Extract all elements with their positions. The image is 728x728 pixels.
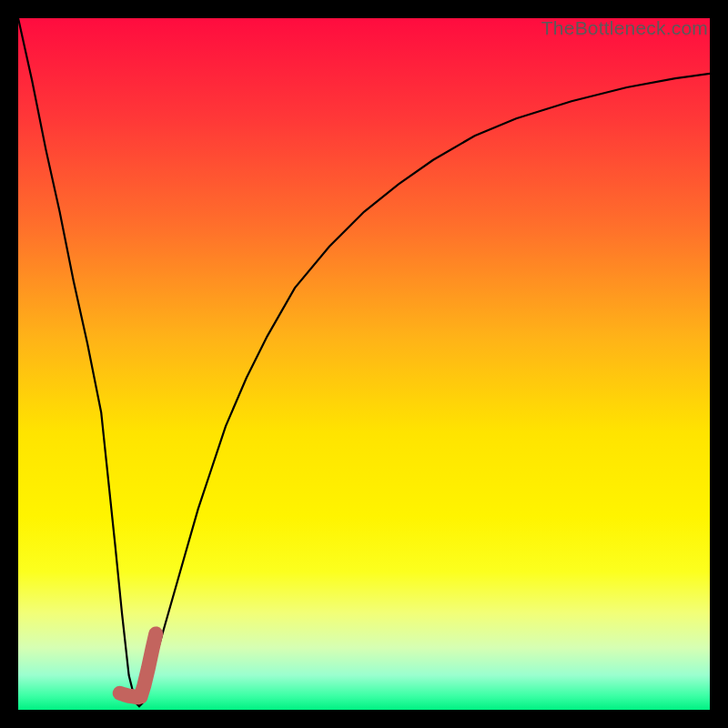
plot-area: TheBottleneck.com	[18, 18, 710, 710]
bottleneck-curve	[18, 18, 710, 706]
chart-frame: TheBottleneck.com	[0, 0, 728, 728]
watermark-text: TheBottleneck.com	[541, 18, 708, 39]
curve-layer	[18, 18, 710, 710]
